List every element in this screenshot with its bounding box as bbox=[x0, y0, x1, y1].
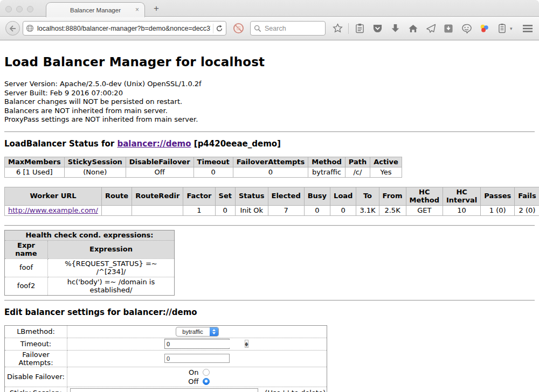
timeout-input[interactable]: ▲▼ bbox=[164, 339, 230, 349]
lbmethod-label: LBmethod: bbox=[5, 325, 67, 338]
cell-from: 2.5K bbox=[379, 205, 406, 215]
col-elected: Elected bbox=[268, 187, 304, 205]
col-set: Set bbox=[215, 187, 235, 205]
new-tab-button[interactable]: + bbox=[154, 3, 159, 14]
table-header-row: Expr name Expression bbox=[5, 240, 175, 258]
toolbar-buttons: ▾ bbox=[332, 23, 513, 34]
worker-table: Worker URL Route RouteRedir Factor Set S… bbox=[4, 187, 539, 216]
cell-status: Init Ok bbox=[235, 205, 268, 215]
cell-passes: 1 (0) bbox=[481, 205, 515, 215]
balancer-status-table: MaxMembers StickySession DisableFailover… bbox=[4, 157, 402, 178]
home-icon[interactable] bbox=[407, 23, 418, 34]
forum-smiley-icon[interactable] bbox=[461, 23, 472, 34]
col-from: From bbox=[379, 187, 406, 205]
page-title: Load Balancer Manager for localhost bbox=[4, 55, 535, 69]
worker-row: http://www.example.com/ 1 0 Init Ok 7 0 … bbox=[5, 205, 539, 215]
cell-path: /c/ bbox=[345, 167, 370, 177]
search-bar[interactable]: Search bbox=[250, 21, 326, 36]
timeout-label: Timeout: bbox=[5, 338, 67, 350]
col-passes: Passes bbox=[481, 187, 515, 205]
search-icon bbox=[254, 25, 261, 32]
cell-stickysession: (None) bbox=[64, 167, 126, 177]
disable-failover-row: Disable Failover: On Off bbox=[5, 367, 327, 387]
sticky-session-input[interactable] bbox=[70, 388, 258, 392]
cell-elected: 7 bbox=[268, 205, 304, 215]
tab-close-icon[interactable]: × bbox=[135, 6, 139, 13]
col-maxmembers: MaxMembers bbox=[5, 157, 65, 167]
pocket-icon[interactable] bbox=[372, 23, 383, 34]
radio-on[interactable] bbox=[203, 369, 210, 376]
radio-off[interactable] bbox=[203, 378, 210, 385]
radio-off-label: Off bbox=[185, 377, 199, 386]
clipboard-icon[interactable] bbox=[354, 23, 365, 34]
radio-on-label: On bbox=[185, 368, 199, 376]
sticky-session-hint: (Use '-' to delete) bbox=[265, 389, 326, 392]
url-text[interactable]: localhost:8880/balancer-manager?b=demo&n… bbox=[37, 25, 211, 32]
table-row: 6 [1 Used] (None) Off 0 0 bytraffic /c/ … bbox=[5, 167, 402, 177]
back-button[interactable] bbox=[5, 21, 20, 36]
cell-expr-name: foof2 bbox=[5, 277, 48, 295]
cell-maxmembers: 6 [1 Used] bbox=[5, 167, 65, 177]
cell-to: 3.1K bbox=[356, 205, 379, 215]
timeout-input-field[interactable] bbox=[165, 340, 245, 348]
notes-icon[interactable] bbox=[496, 23, 507, 34]
blocked-content-icon[interactable] bbox=[233, 23, 244, 34]
navigation-toolbar: localhost:8880/balancer-manager?b=demo&n… bbox=[0, 17, 539, 40]
close-window-button[interactable] bbox=[5, 6, 12, 12]
col-load: Load bbox=[330, 187, 356, 205]
menu-icon[interactable] bbox=[522, 24, 533, 33]
colored-dots-icon[interactable] bbox=[479, 23, 489, 34]
sticky-session-label: Sticky Session: bbox=[5, 387, 67, 392]
failover-attempts-label: Failover Attempts: bbox=[5, 350, 67, 367]
sticky-session-row: Sticky Session: (Use '-' to delete) bbox=[5, 387, 327, 392]
failover-attempts-input[interactable] bbox=[164, 354, 230, 363]
toolbar-divider bbox=[348, 23, 349, 34]
cell-expr-name: foof bbox=[5, 258, 48, 277]
lbmethod-row: LBmethod: bytraffic bbox=[5, 325, 327, 338]
cell-disablefailover: Off bbox=[126, 167, 194, 177]
balancer-link[interactable]: balancer://demo bbox=[117, 139, 191, 149]
edit-settings-heading: Edit balancer settings for balancer://de… bbox=[4, 307, 535, 317]
col-path: Path bbox=[345, 157, 370, 167]
browser-window: Balancer Manager × + localhost:8880/bala… bbox=[0, 0, 539, 392]
cell-routeredir bbox=[132, 205, 183, 215]
save-to-device-icon[interactable] bbox=[443, 23, 454, 34]
minimize-window-button[interactable] bbox=[16, 6, 23, 12]
reload-icon[interactable] bbox=[216, 25, 223, 32]
cell-hc-method: GET bbox=[406, 205, 443, 215]
cell-timeout: 0 bbox=[194, 167, 233, 177]
cell-fails: 2 (0) bbox=[515, 205, 539, 215]
url-bar[interactable]: localhost:8880/balancer-manager?b=demo&n… bbox=[23, 21, 226, 36]
timeout-row: Timeout: ▲▼ bbox=[5, 338, 327, 350]
send-icon[interactable] bbox=[425, 23, 436, 34]
server-version-line: Server Version: Apache/2.5.0-dev (Unix) … bbox=[4, 80, 535, 89]
persist-notice-line: Balancer changes will NOT be persisted o… bbox=[4, 97, 535, 107]
download-icon[interactable] bbox=[390, 23, 400, 34]
divider bbox=[4, 131, 535, 132]
tab-title: Balancer Manager bbox=[70, 7, 121, 13]
zoom-window-button[interactable] bbox=[27, 6, 33, 12]
dropdown-caret-icon[interactable]: ▾ bbox=[510, 26, 513, 31]
col-status: Status bbox=[235, 187, 268, 205]
table-header-row: MaxMembers StickySession DisableFailover… bbox=[5, 157, 402, 167]
server-info: Server Version: Apache/2.5.0-dev (Unix) … bbox=[4, 80, 535, 124]
col-busy: Busy bbox=[304, 187, 330, 205]
bookmark-star-icon[interactable] bbox=[332, 23, 343, 34]
col-expression: Expression bbox=[48, 240, 175, 258]
status-heading-prefix: LoadBalancer Status for bbox=[4, 139, 114, 149]
col-factor: Factor bbox=[183, 187, 215, 205]
lbmethod-select[interactable]: bytraffic bbox=[176, 327, 219, 337]
col-active: Active bbox=[370, 157, 402, 167]
back-icon bbox=[9, 25, 17, 32]
table-row: foof %{REQUEST_STATUS} =~ /^[234]/ bbox=[5, 258, 175, 277]
health-check-table: Health check cond. expressions: Expr nam… bbox=[4, 230, 175, 296]
window-controls[interactable] bbox=[5, 6, 33, 12]
col-method: Method bbox=[308, 157, 345, 167]
tab-balancer-manager[interactable]: Balancer Manager × bbox=[46, 2, 145, 17]
cell-factor: 1 bbox=[183, 205, 215, 215]
search-placeholder: Search bbox=[265, 25, 286, 32]
cell-hc-interval: 10 bbox=[443, 205, 480, 215]
col-stickysession: StickySession bbox=[64, 157, 126, 167]
worker-url-link[interactable]: http://www.example.com/ bbox=[8, 206, 98, 214]
number-spinner-icon[interactable]: ▲▼ bbox=[245, 340, 248, 348]
